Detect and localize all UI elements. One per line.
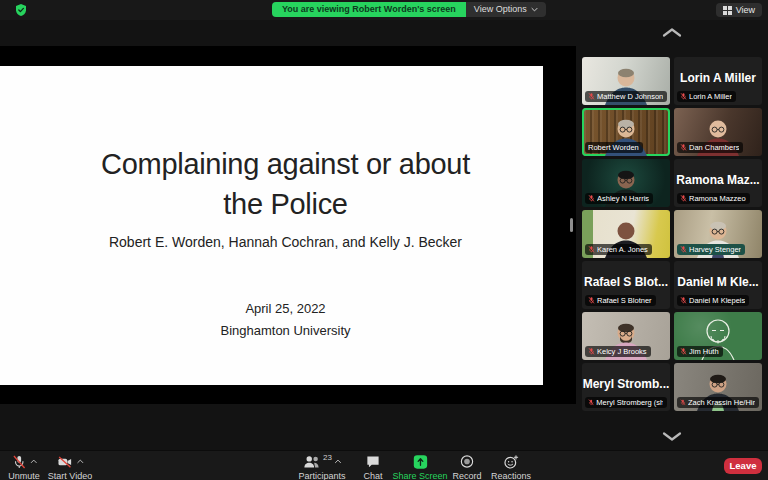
muted-mic-icon [588,92,595,101]
share-screen-label: Share Screen [392,471,447,480]
chevron-down-icon[interactable] [661,428,683,439]
share-banner-group: You are viewing Robert Worden's screen V… [272,2,546,17]
muted-mic-icon [588,194,595,203]
participant-tile[interactable]: Lorin A MillerLorin A Miller [674,57,762,105]
view-button[interactable]: View [716,3,762,17]
leave-button[interactable]: Leave [724,458,762,474]
shared-screen-area: Complaining against or about the Police … [0,46,576,404]
muted-mic-icon [588,347,595,356]
chevron-up-icon[interactable] [335,459,342,464]
chevron-up-icon[interactable] [661,24,683,35]
record-label: Record [452,471,481,480]
chevron-up-icon[interactable] [30,459,37,464]
participant-tile[interactable]: Robert Worden [582,108,670,156]
slide-institution: Binghamton University [28,320,543,342]
participants-icon [302,454,320,469]
chat-bubble-icon [365,454,380,469]
participant-tile[interactable]: Ashley N Harris [582,159,670,207]
mic-muted-icon [11,454,27,470]
muted-mic-icon [588,245,595,254]
start-video-button[interactable]: Start Video [48,453,92,480]
unmute-button[interactable]: Unmute [8,453,40,480]
participant-name: Ramona Maz... [674,173,762,187]
participant-label: Dan Chambers [677,142,743,153]
participant-name: Meryl Stromb... [582,377,670,391]
muted-mic-icon [680,245,687,254]
scrollbar-thumb[interactable] [570,218,573,232]
muted-mic-icon [588,398,594,407]
camera-muted-icon [56,454,74,470]
record-button[interactable]: Record [452,453,481,480]
muted-mic-icon [680,194,687,203]
chevron-down-icon [531,7,538,12]
share-screen-icon [412,454,428,470]
view-options-label: View Options [474,2,527,17]
participants-label: Participants [298,471,345,480]
muted-mic-icon [680,398,686,407]
participant-label: Robert Worden [585,142,643,153]
muted-mic-icon [680,143,687,152]
gallery-grid-icon [723,6,732,15]
participant-tile[interactable]: Karen A. Jones [582,210,670,258]
participant-tile[interactable]: Dan Chambers [674,108,762,156]
participant-name: Lorin A Miller [674,71,762,85]
participant-label: Ashley N Harris [585,193,653,204]
chevron-up-icon[interactable] [77,459,84,464]
participant-label: Lorin A Miller [677,91,736,102]
participant-tile[interactable]: Kelcy J Brooks [582,312,670,360]
zoom-window: You are viewing Robert Worden's screen V… [0,0,768,480]
participant-label: Zach Krassin He/Him/... [677,397,759,408]
top-bar: You are viewing Robert Worden's screen V… [0,0,768,20]
participant-label: Matthew D Johnson [585,91,667,102]
slide-title-line1: Complaining against or about [28,144,543,184]
view-button-label: View [736,5,755,15]
slide-title: Complaining against or about the Police [28,144,543,224]
record-icon [459,454,474,469]
participant-label: Ramona Mazzeo [677,193,750,204]
muted-mic-icon [680,347,687,356]
participants-count: 23 [323,453,332,462]
participant-tile[interactable]: Harvey Stenger [674,210,762,258]
chat-label: Chat [363,471,382,480]
shield-check-icon[interactable] [14,3,28,17]
participant-name: Rafael S Blot... [582,275,670,289]
slide-title-line2: the Police [28,184,543,224]
participant-tile[interactable]: Zach Krassin He/Him/... [674,363,762,411]
slide-authors: Robert E. Worden, Hannah Cochran, and Ke… [28,234,543,250]
participants-button[interactable]: 23 Participants [298,453,345,480]
participant-label: Rafael S Blotner [585,295,656,306]
muted-mic-icon [680,92,687,101]
participant-label: Jim Huth [677,346,723,357]
screen-share-banner: You are viewing Robert Worden's screen [272,2,466,17]
participant-tile[interactable]: Ramona Maz...Ramona Mazzeo [674,159,762,207]
unmute-label: Unmute [8,471,40,480]
reactions-icon [503,454,519,470]
participant-label: Kelcy J Brooks [585,346,651,357]
slide-date: April 25, 2022 [28,298,543,320]
participant-label: Meryl Stromberg (sh... [585,397,667,408]
reactions-button[interactable]: Reactions [491,453,531,480]
meeting-toolbar: Unmute Start Video 23 [0,450,768,480]
presentation-slide: Complaining against or about the Police … [0,66,543,385]
share-screen-button[interactable]: Share Screen [392,453,447,480]
chat-button[interactable]: Chat [363,453,382,480]
participant-name: Daniel M Kle... [674,275,762,289]
muted-mic-icon [588,296,595,305]
slide-date-block: April 25, 2022 Binghamton University [28,298,543,342]
participant-tile[interactable]: Jim Huth [674,312,762,360]
participants-panel: Matthew D JohnsonLorin A MillerLorin A M… [576,20,768,450]
participant-grid: Matthew D JohnsonLorin A MillerLorin A M… [582,57,762,411]
participant-tile[interactable]: Matthew D Johnson [582,57,670,105]
participant-tile[interactable]: Daniel M Kle...Daniel M Klepeis [674,261,762,309]
participant-tile[interactable]: Meryl Stromb...Meryl Stromberg (sh... [582,363,670,411]
participant-tile[interactable]: Rafael S Blot...Rafael S Blotner [582,261,670,309]
muted-mic-icon [680,296,687,305]
participant-label: Harvey Stenger [677,244,745,255]
start-video-label: Start Video [48,471,92,480]
reactions-label: Reactions [491,471,531,480]
participant-label: Karen A. Jones [585,244,652,255]
participant-label: Daniel M Klepeis [677,295,749,306]
view-options-button[interactable]: View Options [466,2,546,17]
